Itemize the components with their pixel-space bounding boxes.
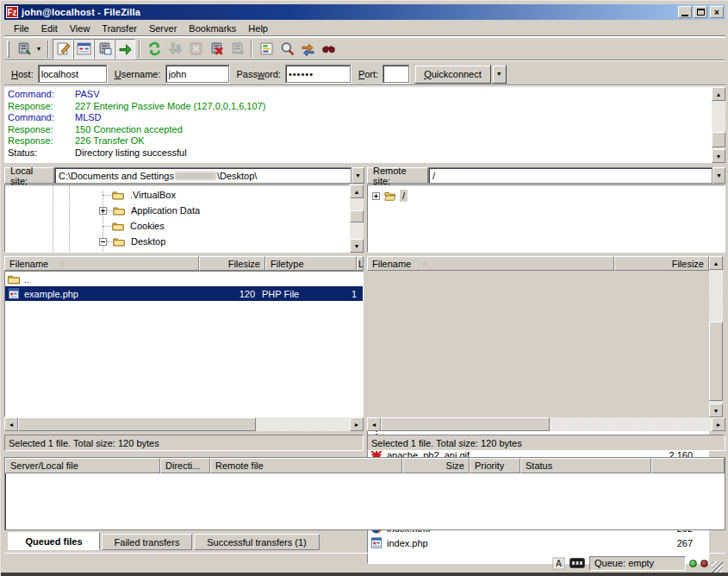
port-input[interactable]: [383, 65, 409, 83]
close-button[interactable]: ×: [710, 6, 724, 18]
expand-icon[interactable]: [99, 207, 107, 215]
php-file-icon: [370, 536, 383, 549]
disconnect-button[interactable]: [206, 39, 227, 59]
local-tree-scrollbar[interactable]: ▲ ▼: [350, 185, 364, 253]
column-server-local-file[interactable]: Server/Local file: [5, 458, 160, 473]
disconnect-icon: [209, 41, 224, 56]
scroll-down-button[interactable]: ▼: [709, 404, 723, 417]
reconnect-button[interactable]: [227, 39, 247, 59]
reconnect-icon: [230, 41, 245, 56]
file-row[interactable]: index.php 267: [368, 535, 708, 550]
menu-bookmarks[interactable]: Bookmarks: [183, 22, 242, 35]
expand-icon[interactable]: [372, 192, 380, 200]
find-files-button[interactable]: [318, 39, 339, 59]
scroll-down-button[interactable]: ▼: [350, 239, 364, 253]
folder-icon: [111, 220, 125, 232]
toggle-local-tree-button[interactable]: [73, 39, 94, 59]
scrollbar-thumb[interactable]: [712, 132, 725, 147]
password-input[interactable]: [285, 65, 351, 83]
scrollbar-thumb[interactable]: [18, 417, 256, 431]
transfer-type-icon[interactable]: A: [552, 557, 565, 570]
site-manager-button[interactable]: [13, 39, 34, 59]
column-filename[interactable]: Filename▲: [367, 256, 614, 271]
remote-hscrollbar[interactable]: ◄ ►: [367, 417, 725, 431]
maximize-button[interactable]: [694, 6, 707, 18]
quickconnect-dropdown[interactable]: ▼: [492, 65, 507, 84]
local-site-combo-dropdown[interactable]: ▼: [352, 167, 364, 184]
scroll-up-button[interactable]: ▲: [350, 185, 364, 198]
folder-icon: [7, 272, 21, 285]
username-input[interactable]: [165, 65, 229, 83]
column-filetype[interactable]: Filetype: [265, 256, 357, 271]
tree-item-virtualbox[interactable]: .VirtualBox: [103, 187, 178, 203]
scroll-up-button[interactable]: ▲: [712, 87, 725, 101]
scroll-up-button[interactable]: ▲: [709, 256, 723, 270]
column-direction[interactable]: Directi...: [160, 458, 210, 473]
menu-file[interactable]: File: [8, 22, 35, 35]
transfer-queue[interactable]: Server/Local file Directi... Remote file…: [4, 457, 725, 530]
speed-limit-icon[interactable]: [569, 558, 585, 568]
synchronized-browsing-button[interactable]: [297, 39, 318, 59]
remote-site-combo-dropdown[interactable]: ▼: [712, 167, 725, 184]
cancel-operation-button[interactable]: [185, 39, 206, 59]
menu-edit[interactable]: Edit: [35, 22, 64, 35]
column-size[interactable]: Size: [402, 458, 470, 473]
scrollbar-thumb[interactable]: [381, 417, 550, 431]
toolbar-grip[interactable]: [7, 41, 9, 58]
tree-item-application-data[interactable]: Application Data: [99, 203, 202, 218]
remote-tree[interactable]: /: [367, 185, 725, 253]
column-last-modified[interactable]: L: [357, 256, 364, 271]
remote-vscrollbar[interactable]: ▲ ▼: [709, 256, 723, 417]
scroll-down-button[interactable]: ▼: [712, 149, 725, 163]
toggle-remote-tree-button[interactable]: [94, 39, 115, 59]
local-hscrollbar[interactable]: ◄ ►: [4, 417, 364, 431]
menu-server[interactable]: Server: [143, 22, 183, 35]
quickconnect-button[interactable]: Quickconnect: [414, 65, 491, 84]
local-site-combo[interactable]: C:\Documents and Settings\Desktop\: [54, 167, 352, 184]
log-scrollbar[interactable]: ▲ ▼: [712, 87, 725, 163]
tab-successful-transfers[interactable]: Successful transfers (1): [194, 534, 320, 550]
username-label: Username:: [115, 69, 161, 79]
local-tree[interactable]: .VirtualBox Application Data Cookies Des…: [4, 185, 350, 253]
maximize-icon: [697, 9, 705, 16]
column-status[interactable]: Status: [520, 458, 651, 473]
collapse-icon[interactable]: [99, 238, 107, 246]
tab-failed-transfers[interactable]: Failed transfers: [102, 534, 192, 550]
local-file-list[interactable]: .. example.php 120 PHP File 1: [4, 271, 364, 417]
column-filename[interactable]: Filename▲: [4, 256, 199, 271]
toggle-transfer-queue-button[interactable]: [115, 39, 135, 59]
resize-grip[interactable]: [712, 561, 723, 573]
scroll-right-button[interactable]: ►: [712, 417, 725, 431]
remote-path: /: [432, 171, 435, 181]
process-queue-button[interactable]: [165, 39, 185, 59]
filter-button[interactable]: [256, 39, 277, 59]
menu-transfer[interactable]: Transfer: [96, 22, 143, 35]
minimize-button[interactable]: [678, 6, 692, 18]
tree-item-desktop[interactable]: Desktop: [99, 234, 168, 249]
column-filesize[interactable]: Filesize: [614, 256, 709, 271]
column-priority[interactable]: Priority: [470, 458, 520, 473]
scrollbar-thumb[interactable]: [350, 210, 364, 222]
local-status-text: Selected 1 file. Total size: 120 bytes: [4, 435, 364, 451]
tree-item-root[interactable]: /: [372, 188, 408, 203]
file-row-parent-dir[interactable]: ..: [5, 272, 363, 286]
scroll-left-button[interactable]: ◄: [367, 417, 381, 431]
host-input[interactable]: [38, 65, 107, 83]
toggle-message-log-button[interactable]: [53, 39, 73, 59]
directory-comparison-button[interactable]: [277, 39, 297, 59]
file-row-example-php[interactable]: example.php 120 PHP File 1: [5, 286, 363, 301]
scroll-left-button[interactable]: ◄: [4, 417, 18, 431]
column-remote-file[interactable]: Remote file: [210, 458, 402, 473]
scroll-right-button[interactable]: ►: [350, 417, 364, 431]
refresh-button[interactable]: [144, 39, 165, 59]
tree-item-cookies[interactable]: Cookies: [103, 218, 167, 234]
column-filesize[interactable]: Filesize: [199, 256, 265, 271]
directory-comparison-icon: [280, 41, 295, 56]
site-manager-dropdown[interactable]: ▼: [34, 39, 44, 59]
menu-help[interactable]: Help: [242, 22, 274, 35]
tab-queued-files[interactable]: Queued files: [8, 532, 100, 550]
scrollbar-thumb[interactable]: [709, 322, 723, 401]
title-bar[interactable]: Fz john@localhost - FileZilla ×: [4, 4, 725, 20]
menu-view[interactable]: View: [64, 22, 96, 35]
remote-site-combo[interactable]: /: [428, 167, 712, 184]
